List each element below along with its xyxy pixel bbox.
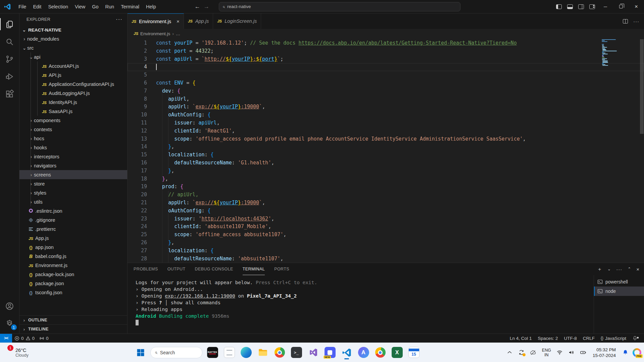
code-line-7[interactable]: 7 dev: { (128, 87, 644, 95)
remote-indicator[interactable]: >< (0, 334, 12, 343)
tree-item-store[interactable]: ›store (19, 179, 127, 188)
code-line-6[interactable]: 6const ENV = { (128, 79, 644, 87)
terminal-instance-node[interactable]: node (594, 287, 644, 296)
panel-tab-terminal[interactable]: TERMINAL (243, 263, 265, 275)
code-line-1[interactable]: 1const yourIP = '192.168.1.12'; // See t… (128, 39, 644, 47)
tree-item-accountapi.js[interactable]: JSAccountAPI.js (19, 61, 127, 70)
code-line-28[interactable]: 28 defaultResourceName: 'abbsuite1107', (128, 255, 644, 263)
menu-terminal[interactable]: Terminal (117, 2, 143, 11)
code-line-18[interactable]: 18 }, (128, 175, 644, 183)
tree-item-components[interactable]: ›components (19, 116, 127, 125)
menu-file[interactable]: File (15, 2, 30, 11)
code-line-9[interactable]: 9 appUrl: `exp://${yourIP}:19000`, (128, 103, 644, 111)
taskbar-app-letter-a[interactable]: A (357, 346, 370, 359)
code-line-19[interactable]: 19 prod: { (128, 183, 644, 191)
tree-item-babel.config.js[interactable]: Bbabel.config.js (19, 252, 127, 261)
menu-run[interactable]: Run (102, 2, 118, 11)
code-line-5[interactable]: 5 (128, 71, 644, 79)
folder-section-header[interactable]: ⌄ REACT-NATIVE (19, 25, 127, 34)
status-indentation[interactable]: Spaces: 2 (535, 336, 561, 341)
tree-item-.gitignore[interactable]: .gitignore (19, 215, 127, 224)
close-panel-icon[interactable]: × (636, 266, 639, 272)
toggle-primary-sidebar-icon[interactable] (556, 4, 562, 9)
code-line-13[interactable]: 13 scope: 'offline_access openid profile… (128, 135, 644, 143)
menu-help[interactable]: Help (143, 2, 159, 11)
restore-button[interactable] (613, 0, 629, 13)
tree-item-hocs[interactable]: ›hocs (19, 134, 127, 143)
breadcrumb[interactable]: JS Environment.js › … (128, 29, 644, 38)
onedrive-paused-icon[interactable] (529, 348, 538, 357)
tree-item-utils[interactable]: ›utils (19, 197, 127, 206)
terminal-dropdown-icon[interactable]: ⌄ (607, 267, 611, 271)
customize-layout-icon[interactable] (589, 4, 595, 9)
taskbar-app-visual-studio[interactable] (306, 346, 320, 359)
tree-item-.prettierrc[interactable]: .prettierrc (19, 224, 127, 234)
tree-item-tsconfig.json[interactable]: {}tsconfig.json (19, 288, 127, 297)
code-line-26[interactable]: 26 }, (128, 239, 644, 247)
tree-item-styles[interactable]: ›styles (19, 188, 127, 197)
editor-scrollbar[interactable] (640, 39, 644, 134)
tree-item-auditloggingapi.js[interactable]: JSAuditLoggingAPI.js (19, 89, 127, 98)
maximize-panel-icon[interactable]: ⌃ (628, 267, 631, 271)
volume-icon[interactable] (567, 348, 576, 357)
code-line-10[interactable]: 10 oAuthConfig: { (128, 111, 644, 119)
status-language-mode[interactable]: {}JavaScript (598, 336, 629, 341)
code-line-3[interactable]: 3const apiUrl = `http://${yourIP}:${port… (128, 55, 644, 63)
problems-status[interactable]: 0 0 (12, 334, 37, 343)
show-hidden-icons-button[interactable] (505, 348, 514, 357)
panel-more-actions-icon[interactable]: ··· (616, 266, 622, 272)
wifi-icon[interactable] (555, 348, 564, 357)
menu-selection[interactable]: Selection (45, 2, 71, 11)
tree-item-navigators[interactable]: ›navigators (19, 161, 127, 170)
forward-button[interactable]: → (204, 3, 209, 10)
terminal-output[interactable]: Logs for your project will appear below.… (128, 275, 594, 333)
tree-item-node_modules[interactable]: ›node_modules (19, 34, 127, 43)
new-terminal-icon[interactable]: ＋ (597, 266, 602, 272)
minimize-button[interactable]: ─ (598, 0, 613, 13)
tree-item-.eslintrc.json[interactable]: .eslintrc.json (19, 206, 127, 215)
sync-icon[interactable] (517, 348, 526, 357)
toggle-panel-icon[interactable] (567, 4, 573, 9)
explorer-more-actions-icon[interactable]: ··· (116, 16, 122, 23)
status-encoding[interactable]: UTF-8 (561, 336, 580, 341)
taskbar-app-terminal[interactable]: >_ (290, 346, 303, 359)
panel-tab-debug-console[interactable]: DEBUG CONSOLE (195, 263, 233, 275)
menu-view[interactable]: View (71, 2, 89, 11)
tab-environment.js[interactable]: JSEnvironment.js× (128, 13, 184, 29)
minimap[interactable] (602, 39, 639, 254)
code-line-17[interactable]: 17 }, (128, 167, 644, 175)
battery-charging-icon[interactable] (579, 348, 588, 357)
code-line-2[interactable]: 2const port = 44322; (128, 47, 644, 55)
run-debug-icon[interactable] (0, 68, 19, 85)
tab-loginscreen.js[interactable]: JSLoginScreen.js (213, 13, 261, 29)
menu-go[interactable]: Go (89, 2, 102, 11)
language-indicator[interactable]: ENG IN (541, 348, 552, 357)
search-icon[interactable] (0, 33, 19, 50)
copilot-icon[interactable]: PRE (633, 348, 641, 357)
tree-item-api[interactable]: ⌄api (19, 52, 127, 61)
account-icon[interactable] (0, 297, 19, 315)
tree-item-screens[interactable]: ›screens (19, 170, 127, 179)
sidebar-section-timeline[interactable]: ›TIMELINE (19, 324, 127, 333)
close-button[interactable]: × (629, 0, 644, 13)
tree-item-applicationconfigurationapi.js[interactable]: JSApplicationConfigurationAPI.js (19, 80, 127, 89)
tree-item-package.json[interactable]: {}package.json (19, 279, 127, 288)
ports-status[interactable]: 0 (37, 334, 51, 343)
taskbar-app-raytek[interactable]: RAYTEK (206, 346, 219, 359)
notifications-bell-icon[interactable] (621, 348, 630, 357)
code-line-16[interactable]: 16 defaultResourceName: 'G1.health', (128, 159, 644, 167)
code-line-25[interactable]: 25 scope: 'offline_access abbsuite1107', (128, 231, 644, 239)
split-editor-icon[interactable] (623, 19, 628, 23)
code-editor[interactable]: 1const yourIP = '192.168.1.12'; // See t… (128, 38, 644, 263)
clock[interactable]: 05:32 PM 15-07-2024 (591, 347, 618, 358)
code-line-24[interactable]: 24 clientId: 'abbsuite1107_Mobile', (128, 223, 644, 231)
tree-item-src[interactable]: ⌄src (19, 43, 127, 52)
close-tab-icon[interactable]: × (177, 18, 180, 24)
taskbar-app-vscode[interactable] (340, 346, 353, 359)
panel-tab-ports[interactable]: PORTS (274, 263, 289, 275)
terminal-instance-powershell[interactable]: powershell (594, 277, 644, 287)
tree-item-interceptors[interactable]: ›interceptors (19, 152, 127, 161)
start-button[interactable] (134, 346, 147, 359)
code-line-14[interactable]: 14 }, (128, 143, 644, 151)
tree-item-environment.js[interactable]: JSEnvironment.js (19, 261, 127, 270)
